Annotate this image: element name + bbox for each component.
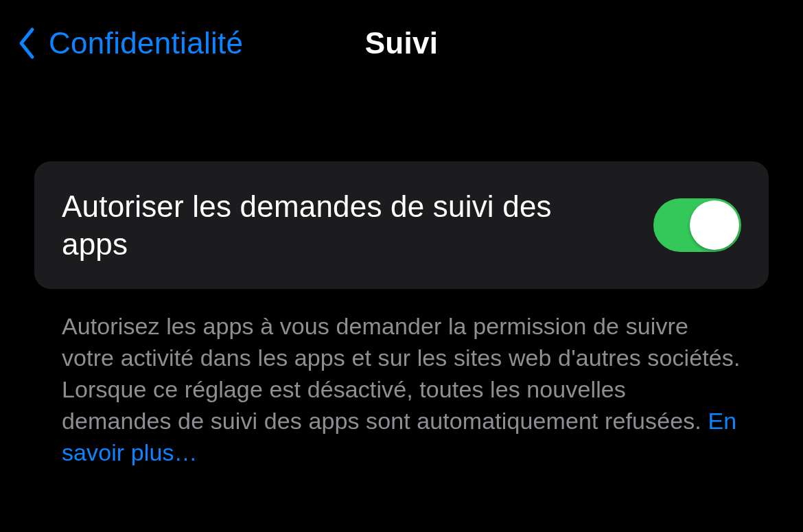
toggle-knob — [690, 200, 739, 250]
chevron-left-icon — [17, 27, 36, 60]
setting-description: Autorisez les apps à vous demander la pe… — [34, 289, 769, 468]
navigation-bar: Confidentialité Suivi — [0, 0, 803, 79]
tracking-requests-toggle[interactable] — [653, 198, 741, 252]
page-title: Suivi — [365, 26, 439, 60]
tracking-requests-label: Autoriser les demandes de suivi des apps — [62, 187, 625, 263]
content-area: Autoriser les demandes de suivi des apps… — [0, 79, 803, 468]
back-button[interactable]: Confidentialité — [17, 26, 243, 60]
back-label: Confidentialité — [49, 26, 243, 60]
description-text: Autorisez les apps à vous demander la pe… — [62, 313, 740, 434]
tracking-requests-row: Autoriser les demandes de suivi des apps — [34, 161, 769, 289]
